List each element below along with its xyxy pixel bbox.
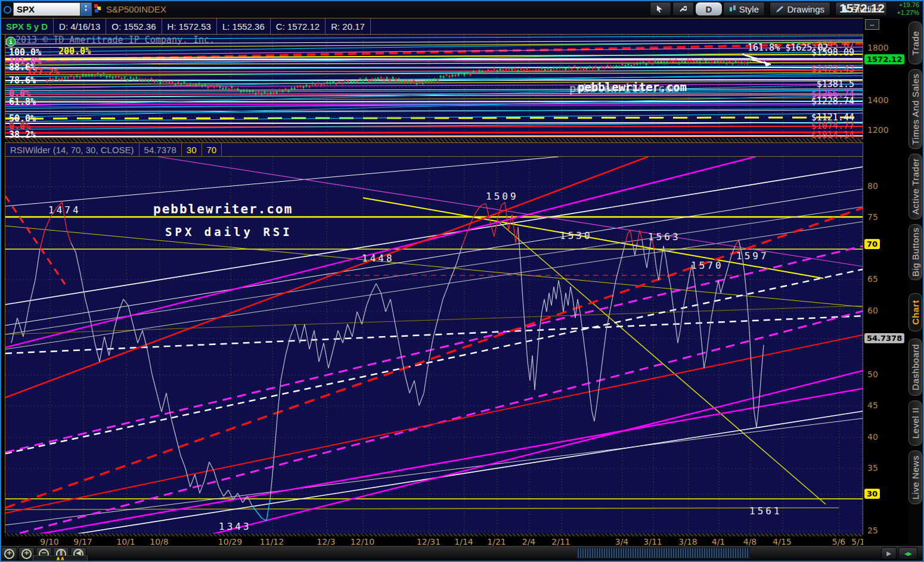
date-tick-label: 3/11 — [643, 537, 662, 547]
timeframe-label: D — [706, 4, 712, 14]
date-tick-label: 4/1 — [712, 537, 725, 547]
date-tick-label: 12/31 — [417, 537, 441, 547]
timeframe-button[interactable]: D — [695, 2, 723, 16]
drawings-button[interactable]: Drawings — [770, 2, 830, 16]
sidebar-tab-dashboard[interactable]: Dashboard — [909, 339, 922, 396]
sidebar-tab-chart[interactable]: Chart — [909, 293, 922, 331]
ohlc-cell: C: 1572.12 — [271, 18, 325, 34]
svg-text:pebblewriter.com: pebblewriter.com — [578, 80, 687, 94]
last-price: 1572.12 — [839, 1, 885, 15]
window-bullet-icon — [4, 6, 11, 14]
date-tick-label: 9/10 — [40, 537, 58, 547]
crosshair-tool[interactable]: + — [1, 547, 17, 561]
svg-text:2013 © TD Ameritrade IP Compan: 2013 © TD Ameritrade IP Company, Inc. — [15, 35, 215, 45]
rsi-oversold-badge: 30 — [864, 489, 880, 499]
ohlc-cell: D: 4/16/13 — [54, 18, 106, 34]
price-chart-panel[interactable]: 2013 © TD Ameritrade IP Company, Inc.i10… — [5, 34, 863, 139]
rsi-axis-tick: 75 — [867, 212, 878, 222]
bottom-toolbar: ++−∥◀ — [0, 546, 924, 561]
sidebar-tab-trade[interactable]: Trade — [909, 21, 922, 64]
rsi-axis-tick: 45 — [867, 400, 878, 410]
svg-text:1570: 1570 — [691, 260, 724, 271]
svg-text:SPX daily RSI: SPX daily RSI — [165, 225, 293, 238]
crosshair-tool-icon: + — [4, 549, 14, 559]
date-tick-label: 1/21 — [487, 537, 506, 547]
rsi-axis-tick: 65 — [867, 274, 878, 284]
svg-text:1597: 1597 — [736, 250, 769, 262]
date-tick-label: 1/14 — [454, 537, 473, 547]
svg-text:1561: 1561 — [749, 505, 782, 517]
symbol-input[interactable] — [14, 4, 80, 15]
style-label: Style — [739, 4, 759, 14]
svg-text:61.8%: 61.8% — [9, 97, 36, 107]
svg-text:38.2%: 38.2% — [9, 129, 36, 139]
sidebar-tab-active-trader[interactable]: Active Trader — [909, 154, 922, 219]
svg-text:pebblewriter.com: pebblewriter.com — [153, 202, 293, 216]
date-tick-label: 10/8 — [150, 537, 168, 547]
svg-text:200.0%: 200.0% — [58, 46, 91, 57]
zoom-in-tool[interactable]: + — [18, 547, 35, 561]
rsi-axis-tick: 25 — [867, 526, 878, 535]
date-tick-label: 9/17 — [73, 537, 92, 547]
symbol-dropdown-button[interactable]: ▼▼ — [80, 3, 91, 16]
horizontal-scrollbar-thumb[interactable] — [577, 548, 750, 558]
svg-text:$1014.14: $1014.14 — [811, 130, 854, 139]
date-tick-label: 5/6 — [832, 537, 846, 547]
zoom-in-tool-icon: + — [21, 549, 32, 559]
link-color-icon[interactable] — [94, 4, 103, 13]
pointer-style-button[interactable] — [650, 2, 671, 16]
sidebar-tab-times-and-sales[interactable]: Times And Sales — [909, 69, 922, 149]
pan-mode-button[interactable]: ◀▶ — [898, 547, 917, 560]
date-tick-label: 10/1 — [116, 537, 135, 547]
date-axis[interactable]: 9/109/1710/110/810/2911/1212/312/1012/31… — [0, 535, 863, 546]
date-tick-label: 4/15 — [773, 537, 791, 547]
panel-separator[interactable] — [5, 138, 862, 142]
price-axis-tick: 1200 — [867, 125, 889, 135]
price-change: +19.76 +1.27% — [897, 1, 919, 17]
price-axis-tick: 1400 — [867, 95, 889, 105]
candlestick-icon — [729, 5, 736, 13]
pan-hand-tool-icon[interactable]: ↔ — [865, 19, 879, 30]
sidebar-tab-live-news[interactable]: Live News — [909, 451, 922, 504]
last-price-badge: 1572.12 — [864, 54, 904, 64]
date-tick-label: 4/8 — [743, 537, 757, 547]
change-abs: +19.76 — [897, 1, 919, 9]
date-tick-label: 3/18 — [678, 537, 697, 547]
sidebar-tab-big-buttons[interactable]: Big Buttons — [909, 224, 922, 280]
settings-wrench-button[interactable] — [672, 2, 694, 16]
rsi-oversold-setting[interactable]: 30 — [182, 143, 202, 157]
cursor-icon — [656, 5, 664, 13]
rsi-axis-tick: 60 — [867, 306, 878, 315]
svg-text:$1228.74: $1228.74 — [811, 96, 854, 107]
ohlc-cell: H: 1572.53 — [162, 18, 217, 34]
rsi-chart-canvas[interactable]: 147415091448153015631570159715611343pebb… — [5, 157, 863, 534]
date-tick-label: 3/4 — [615, 537, 629, 547]
rsi-axis-tick: 80 — [867, 181, 878, 191]
style-button[interactable]: Style — [723, 2, 765, 16]
symbol-description: S&P500INDEX — [106, 4, 166, 14]
svg-text:$1381.5: $1381.5 — [817, 79, 854, 89]
date-tick-label: 10/29 — [218, 537, 242, 547]
top-header-bar: ▼▼ S&P500INDEX D Style Drawings Studies … — [0, 0, 924, 18]
collapse-bottom-handle[interactable]: ∧∧ — [33, 555, 88, 562]
price-chart-canvas[interactable]: 2013 © TD Ameritrade IP Company, Inc.i10… — [5, 35, 863, 139]
rsi-overbought-setting[interactable]: 70 — [202, 143, 222, 157]
sidebar-tabs: TradeTimes And SalesActive TraderBig But… — [909, 18, 924, 549]
price-axis-tick: 1800 — [867, 43, 889, 52]
svg-text:i: i — [9, 38, 13, 46]
scroll-right-button[interactable]: ▶ — [881, 547, 897, 560]
series-label: SPX 5 y D — [0, 18, 54, 34]
rsi-axis-tick: 35 — [867, 463, 878, 473]
symbol-input-group[interactable]: ▼▼ — [13, 2, 92, 16]
right-axis[interactable]: ↔ 1800140012001572.128075656050454035257… — [863, 18, 909, 546]
rsi-chart-panel[interactable]: 147415091448153015631570159715611343pebb… — [5, 156, 863, 535]
sidebar-tab-level-ii[interactable]: Level II — [909, 400, 922, 446]
rsi-axis-tick: 50 — [867, 370, 878, 379]
drawings-label: Drawings — [787, 4, 824, 14]
rsi-overbought-badge: 70 — [864, 239, 880, 249]
svg-text:1563: 1563 — [648, 231, 681, 243]
svg-text:1448: 1448 — [362, 253, 395, 264]
date-tick-label: 2/4 — [522, 537, 536, 547]
ohlc-cell: L: 1552.36 — [217, 18, 271, 34]
rsi-study-header: RSIWilder (14, 70, 30, CLOSE) 54.7378 30… — [5, 142, 863, 157]
